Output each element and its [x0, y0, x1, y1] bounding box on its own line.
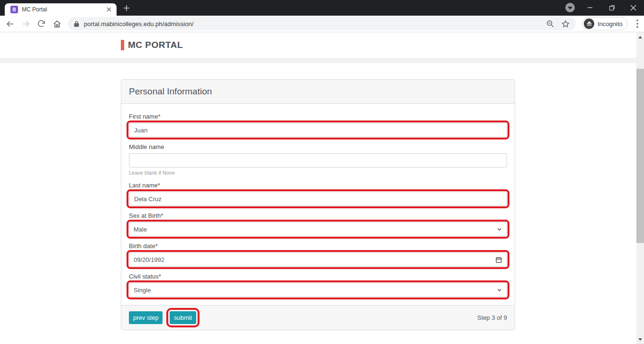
last-name-label: Last name*	[129, 182, 507, 189]
first-name-group: First name*	[129, 113, 507, 137]
middle-name-hint: Leave blank if None	[129, 170, 507, 176]
brand-bar-icon	[121, 40, 124, 50]
scrollbar-up-arrow[interactable]	[636, 33, 644, 41]
brand-logo[interactable]: MC PORTAL	[121, 40, 183, 50]
sex-select-value: Male	[134, 226, 147, 233]
birth-date-group: Birth date* 09/20/1992	[129, 242, 507, 267]
browser-toolbar: portal.mabinicolleges.edu.ph/admission/ …	[0, 16, 644, 32]
browser-menu-icon[interactable]	[633, 18, 642, 29]
reload-button[interactable]	[36, 18, 47, 29]
window-minimize-button[interactable]	[579, 0, 601, 15]
card-title: Personal Information	[121, 80, 515, 104]
home-button[interactable]	[51, 18, 63, 29]
page-content: MC PORTAL Personal Information First nam…	[0, 32, 636, 344]
first-name-input[interactable]	[129, 123, 507, 137]
header-divider-band	[0, 58, 636, 63]
lock-icon[interactable]	[73, 20, 80, 28]
first-name-label: First name*	[129, 113, 507, 120]
browser-titlebar: B MC Portal	[0, 0, 644, 16]
submit-button[interactable]: submit	[170, 311, 196, 324]
tab-favicon-icon: B	[10, 6, 18, 13]
forward-button[interactable]	[20, 18, 31, 29]
browser-tab[interactable]: B MC Portal	[5, 3, 117, 16]
birth-date-label: Birth date*	[129, 242, 507, 250]
prev-step-button[interactable]: prev step	[129, 311, 163, 324]
scrollbar-thumb[interactable]	[636, 69, 644, 243]
incognito-icon	[584, 19, 594, 29]
back-button[interactable]	[4, 18, 16, 29]
personal-information-card: Personal Information First name* Middle …	[121, 79, 515, 330]
chevron-down-icon	[497, 226, 502, 232]
site-header: MC PORTAL	[0, 32, 636, 58]
civil-status-select[interactable]: Single	[129, 283, 507, 297]
step-indicator: Step 3 of 9	[477, 314, 507, 321]
incognito-badge[interactable]: Incognito	[582, 17, 628, 30]
tab-close-icon[interactable]	[105, 6, 113, 13]
civil-status-value: Single	[134, 287, 151, 294]
last-name-group: Last name*	[129, 182, 507, 206]
window-close-button[interactable]	[622, 0, 644, 15]
bookmark-star-icon[interactable]	[561, 19, 570, 28]
last-name-input[interactable]	[129, 192, 507, 206]
birth-date-input[interactable]: 09/20/1992	[129, 252, 507, 267]
calendar-icon	[495, 256, 502, 263]
incognito-label: Incognito	[598, 20, 623, 28]
sex-label: Sex at Birth*	[129, 212, 507, 219]
sex-group: Sex at Birth* Male	[129, 212, 507, 236]
zoom-out-icon[interactable]	[546, 19, 554, 28]
birth-date-value: 09/20/1992	[134, 256, 164, 263]
tab-title: MC Portal	[22, 6, 105, 13]
new-tab-button[interactable]	[122, 4, 131, 12]
middle-name-input[interactable]	[129, 153, 507, 167]
card-body: First name* Middle name Leave blank if N…	[121, 104, 515, 305]
titlebar-chevron-icon[interactable]	[565, 3, 575, 12]
footer-buttons: prev step submit	[129, 311, 196, 324]
page-scrollbar[interactable]	[636, 32, 644, 344]
url-text[interactable]: portal.mabinicolleges.edu.ph/admission/	[84, 20, 539, 28]
chevron-down-icon	[497, 287, 502, 293]
civil-status-label: Civil status*	[129, 273, 507, 280]
window-restore-button[interactable]	[601, 0, 623, 15]
card-footer: prev step submit Step 3 of 9	[121, 305, 515, 330]
civil-status-group: Civil status* Single	[129, 273, 507, 297]
middle-name-label: Middle name	[129, 143, 507, 150]
address-bar[interactable]: portal.mabinicolleges.edu.ph/admission/	[68, 17, 576, 30]
brand-text: MC PORTAL	[128, 40, 183, 50]
middle-name-group: Middle name Leave blank if None	[129, 143, 507, 176]
sex-select[interactable]: Male	[129, 222, 507, 236]
scrollbar-down-arrow[interactable]	[636, 335, 644, 343]
